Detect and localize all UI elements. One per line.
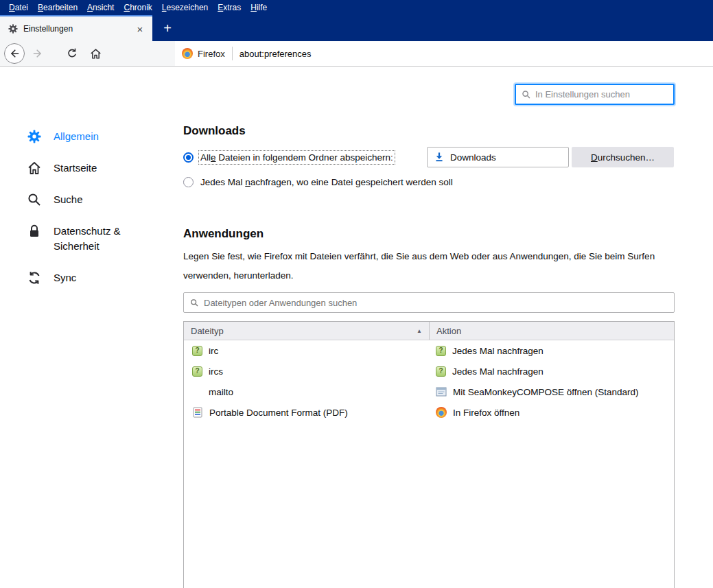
tab-bar: Einstellungen × +: [0, 15, 713, 41]
table-row[interactable]: ? ircs ? Jedes Mal nachfragen: [184, 361, 674, 381]
always-ask-label[interactable]: Jedes Mal nachfragen, wo eine Datei gesp…: [200, 177, 453, 187]
preferences-page: Allgemein Startseite Suche Datenschutz &…: [0, 67, 713, 588]
settings-main: Downloads Alle Dateien in folgendem Ordn…: [183, 118, 675, 588]
action-value: Mit SeaMonkeyCOMPOSE öffnen (Standard): [453, 387, 639, 397]
applications-filter-input[interactable]: [204, 298, 668, 308]
close-icon[interactable]: ×: [133, 23, 147, 35]
sidebar-item-sync[interactable]: Sync: [27, 262, 175, 294]
download-folder-field[interactable]: Downloads: [427, 147, 569, 167]
forward-arrow-icon: [32, 48, 43, 59]
back-arrow-icon: [9, 48, 20, 59]
forward-button[interactable]: [27, 43, 48, 64]
file-type: ircs: [209, 366, 223, 377]
menu-datei[interactable]: Datei: [4, 0, 33, 15]
new-tab-button[interactable]: +: [155, 15, 180, 41]
applications-heading: Anwendungen: [183, 226, 675, 242]
sidebar-item-startseite[interactable]: Startseite: [27, 152, 175, 184]
action-value: In Firefox öffnen: [453, 408, 519, 418]
ask-question-icon: ?: [436, 346, 446, 356]
nav-toolbar: Firefox about:preferences: [0, 41, 713, 67]
action-value: Jedes Mal nachfragen: [452, 346, 543, 356]
ask-question-icon: ?: [192, 346, 202, 356]
identity-site-label: Firefox: [198, 49, 225, 59]
applications-table: Dateityp ▲ Aktion ? irc ? Jedes Mal nach…: [183, 321, 675, 588]
reload-button[interactable]: [62, 43, 82, 64]
gear-icon: [27, 130, 41, 143]
sidebar-item-allgemein[interactable]: Allgemein: [27, 121, 175, 152]
browse-button[interactable]: Durchsuchen…: [572, 147, 674, 167]
home-button[interactable]: [85, 43, 106, 64]
always-ask-row: Jedes Mal nachfragen, wo eine Datei gesp…: [183, 172, 675, 192]
menu-bar: Datei Bearbeiten Ansicht Chronik Lesezei…: [0, 0, 713, 15]
home-icon: [27, 161, 41, 175]
url-separator: [232, 47, 233, 60]
url-text: about:preferences: [239, 49, 312, 59]
save-to-folder-label[interactable]: Alle Dateien in folgendem Ordner abspeic…: [200, 152, 393, 163]
save-to-folder-radio[interactable]: [183, 152, 194, 163]
menu-bearbeiten[interactable]: Bearbeiten: [33, 0, 82, 15]
file-type: Portable Document Format (PDF): [209, 408, 348, 418]
file-type: irc: [209, 346, 218, 356]
menu-lesezeichen[interactable]: Lesezeichen: [157, 0, 213, 15]
sort-ascending-icon: ▲: [417, 328, 422, 334]
home-icon: [90, 48, 102, 60]
browser-window: Datei Bearbeiten Ansicht Chronik Lesezei…: [0, 0, 713, 588]
column-header-dateityp[interactable]: Dateityp ▲: [184, 322, 430, 340]
sidebar-item-suche[interactable]: Suche: [27, 184, 175, 215]
url-bar[interactable]: Firefox about:preferences: [175, 41, 713, 66]
download-folder-value: Downloads: [450, 152, 496, 163]
tab-einstellungen[interactable]: Einstellungen ×: [0, 15, 152, 41]
table-header: Dateityp ▲ Aktion: [184, 322, 674, 340]
app-compose-icon: [436, 386, 447, 397]
firefox-logo-icon: [182, 48, 193, 59]
search-icon: [27, 193, 41, 207]
applications-description: Legen Sie fest, wie Firefox mit Dateien …: [183, 247, 675, 285]
save-to-folder-row: Alle Dateien in folgendem Ordner abspeic…: [183, 145, 675, 169]
firefox-icon: [436, 407, 447, 418]
search-icon: [522, 90, 531, 99]
no-icon-spacer: [192, 387, 202, 397]
settings-search-box: [515, 84, 675, 105]
back-button[interactable]: [4, 43, 25, 64]
menu-hilfe[interactable]: Hilfe: [246, 0, 272, 15]
table-row[interactable]: Portable Document Format (PDF) In Firefo…: [184, 402, 674, 423]
menu-extras[interactable]: Extras: [213, 0, 246, 15]
preferences-sidebar: Allgemein Startseite Suche Datenschutz &…: [27, 121, 175, 294]
tab-title: Einstellungen: [23, 24, 133, 34]
file-type: mailto: [209, 387, 233, 397]
always-ask-radio[interactable]: [183, 177, 194, 187]
column-header-aktion[interactable]: Aktion: [430, 322, 674, 340]
sidebar-item-datenschutz-sicherheit[interactable]: Datenschutz & Sicherheit: [27, 215, 175, 262]
gear-icon: [8, 24, 18, 34]
sync-icon: [27, 271, 41, 285]
reload-icon: [67, 48, 78, 59]
search-icon: [190, 298, 199, 307]
lock-icon: [27, 224, 41, 238]
action-value: Jedes Mal nachfragen: [452, 366, 543, 377]
table-row[interactable]: mailto Mit SeaMonkeyCOMPOSE öffnen (Stan…: [184, 381, 674, 402]
ask-question-icon: ?: [436, 366, 446, 377]
downloads-heading: Downloads: [183, 124, 675, 139]
table-row[interactable]: ? irc ? Jedes Mal nachfragen: [184, 340, 674, 361]
menu-chronik[interactable]: Chronik: [119, 0, 156, 15]
menu-ansicht[interactable]: Ansicht: [82, 0, 119, 15]
download-arrow-icon: [434, 152, 444, 162]
pdf-icon: [192, 407, 203, 418]
ask-question-icon: ?: [192, 366, 202, 377]
settings-search-input[interactable]: [535, 89, 668, 99]
applications-filter-box: [183, 292, 675, 313]
